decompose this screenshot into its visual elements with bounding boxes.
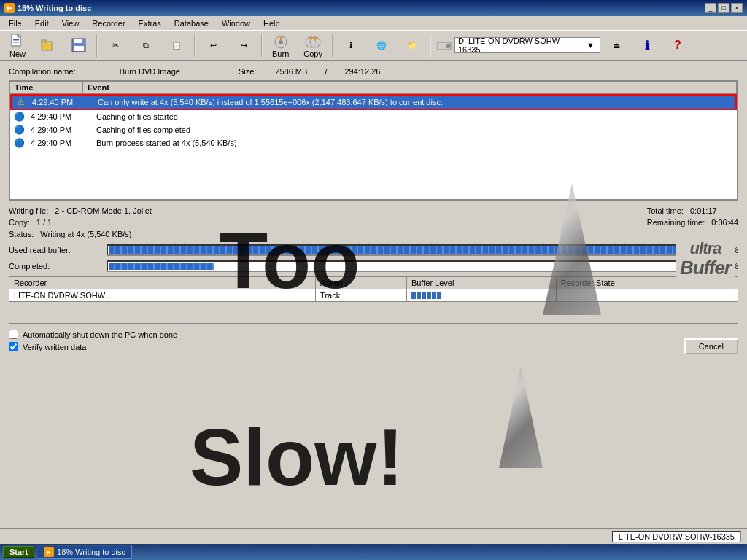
globe-button[interactable]: 🌐	[367, 32, 396, 58]
info-icon-3: 🔵	[13, 124, 25, 136]
total-time-label: Total time:	[647, 206, 684, 215]
log-area: Time Event ⚠ 4:29:40 PM Can only write a…	[9, 80, 738, 201]
drive-selector[interactable]: D: LITE-ON DVDRW SOHW-16335 ▼	[437, 37, 600, 53]
title-bar-controls[interactable]: _ □ ×	[705, 3, 743, 13]
drive-icon	[437, 39, 452, 51]
log-event-3: Caching of files completed	[93, 125, 737, 134]
ultra-buffer-logo: ultra Buffer	[676, 238, 735, 280]
copy-row: Copy: 1 / 1	[9, 218, 152, 227]
cancel-button[interactable]: Cancel	[684, 338, 738, 354]
cut-button[interactable]: ✂	[101, 32, 130, 58]
new-label: New	[9, 50, 26, 58]
new-button[interactable]: New	[3, 32, 32, 58]
eject-button[interactable]: ⏏	[602, 32, 631, 58]
log-time-2: 4:29:40 PM	[28, 112, 93, 121]
folder-button[interactable]: 📁	[398, 32, 427, 58]
writing-file-label: Writing file:	[9, 206, 48, 215]
svg-rect-7	[74, 39, 82, 43]
writing-file-value: 2 - CD-ROM Mode 1, Joliet	[55, 206, 152, 215]
col-recorder: Recorder	[9, 277, 316, 289]
info-button[interactable]: ℹ	[336, 32, 365, 58]
toolbar: New ✂ ⧉	[0, 31, 747, 61]
minimize-button[interactable]: _	[705, 3, 716, 13]
remaining-time-row: Remaining time: 0:06:44	[647, 218, 738, 227]
copy-label: Copy:	[9, 218, 30, 227]
redo-icon: ↪	[236, 37, 252, 53]
status-label: Status:	[9, 230, 34, 238]
verify-checkbox[interactable]	[9, 342, 18, 351]
completed-label: Completed:	[9, 262, 104, 271]
menu-window[interactable]: Window	[216, 18, 256, 29]
remaining-time-value: 0:06:44	[711, 218, 738, 227]
info-icon: ℹ	[343, 37, 359, 53]
watermark-slow: Slow!	[190, 417, 403, 497]
title-bar: ▶ 18% Writing to disc _ □ ×	[0, 0, 747, 16]
question-button[interactable]: ?	[663, 32, 692, 58]
copy-toolbar-button[interactable]: ⧉	[131, 32, 160, 58]
folder-icon: 📁	[404, 37, 420, 53]
menu-bar: File Edit View Recorder Extras Database …	[0, 16, 747, 31]
disc-graphic-2	[499, 366, 543, 468]
taskbar-app-item[interactable]: ▶ 18% Writing to disc	[37, 545, 132, 559]
svg-rect-8	[74, 46, 84, 51]
menu-view[interactable]: View	[56, 18, 85, 29]
recorder-buffer	[406, 289, 556, 302]
menu-edit[interactable]: Edit	[29, 18, 55, 29]
progress-section: Used read buffer: 100% ultra Buffer	[9, 244, 738, 272]
table-empty-row	[9, 302, 738, 324]
svg-rect-3	[13, 42, 19, 43]
recorder-name: LITE-ON DVDRW SOHW...	[9, 289, 316, 302]
remaining-time-label: Remaining time:	[647, 218, 705, 227]
log-row-4: 🔵 4:29:40 PM Burn process started at 4x …	[10, 136, 737, 149]
menu-file[interactable]: File	[3, 18, 28, 29]
svg-rect-2	[13, 39, 19, 41]
verify-label: Verify written data	[23, 343, 86, 351]
info-left: Writing file: 2 - CD-ROM Mode 1, Joliet …	[9, 206, 152, 238]
auto-shutdown-row[interactable]: Automatically shut down the PC when done	[9, 330, 177, 339]
writing-file-row: Writing file: 2 - CD-ROM Mode 1, Joliet	[9, 206, 152, 215]
menu-database[interactable]: Database	[169, 18, 214, 29]
help-button[interactable]: ℹ	[632, 32, 662, 58]
save-button[interactable]	[64, 32, 93, 58]
redo-button[interactable]: ↪	[229, 32, 258, 58]
col-buffer: Buffer Level	[406, 277, 556, 289]
compilation-size-label: Size:	[239, 67, 256, 76]
copy-value: 1 / 1	[36, 218, 52, 227]
close-button[interactable]: ×	[731, 3, 743, 13]
status-row: Status: Writing at 4x (5,540 KB/s)	[9, 230, 152, 238]
compilation-type: Burn DVD Image	[120, 67, 180, 76]
drive-combo-arrow[interactable]: ▼	[584, 38, 597, 52]
copy-button[interactable]: Copy	[297, 32, 329, 58]
paste-icon: 📋	[169, 37, 185, 53]
start-button[interactable]: Start	[3, 546, 34, 558]
compilation-separator: /	[325, 67, 327, 76]
window-title: 18% Writing to disc	[18, 4, 91, 12]
menu-extras[interactable]: Extras	[133, 18, 167, 29]
recorder-action: Track	[316, 289, 407, 302]
info-section: Writing file: 2 - CD-ROM Mode 1, Joliet …	[9, 206, 738, 238]
auto-shutdown-checkbox[interactable]	[9, 330, 18, 339]
title-bar-left: ▶ 18% Writing to disc	[4, 3, 91, 13]
drive-combo-text: D: LITE-ON DVDRW SOHW-16335	[458, 36, 584, 54]
burn-button[interactable]: Burn	[266, 32, 295, 58]
read-buffer-bar-inner	[109, 246, 694, 254]
compilation-row: Compilation name: Burn DVD Image Size: 2…	[9, 67, 738, 76]
log-event-1: Can only write at 4x (5,540 KB/s) instea…	[95, 98, 735, 106]
verify-row[interactable]: Verify written data	[9, 342, 177, 351]
maximize-button[interactable]: □	[718, 3, 729, 13]
svg-rect-4	[42, 42, 52, 50]
undo-button[interactable]: ↩	[198, 32, 228, 58]
separator-4	[332, 34, 333, 57]
menu-help[interactable]: Help	[258, 18, 286, 29]
buffer-mini-bar	[411, 292, 441, 299]
warning-icon: ⚠	[15, 96, 26, 108]
drive-combo[interactable]: D: LITE-ON DVDRW SOHW-16335 ▼	[454, 37, 600, 53]
paste-button[interactable]: 📋	[162, 32, 191, 58]
auto-shutdown-label: Automatically shut down the PC when done	[23, 330, 177, 339]
menu-recorder[interactable]: Recorder	[86, 18, 131, 29]
svg-rect-5	[42, 40, 46, 42]
open-button[interactable]	[34, 32, 63, 58]
log-time-1: 4:29:40 PM	[29, 98, 95, 106]
info-icon-4: 🔵	[13, 137, 25, 149]
read-buffer-label: Used read buffer:	[9, 246, 104, 254]
